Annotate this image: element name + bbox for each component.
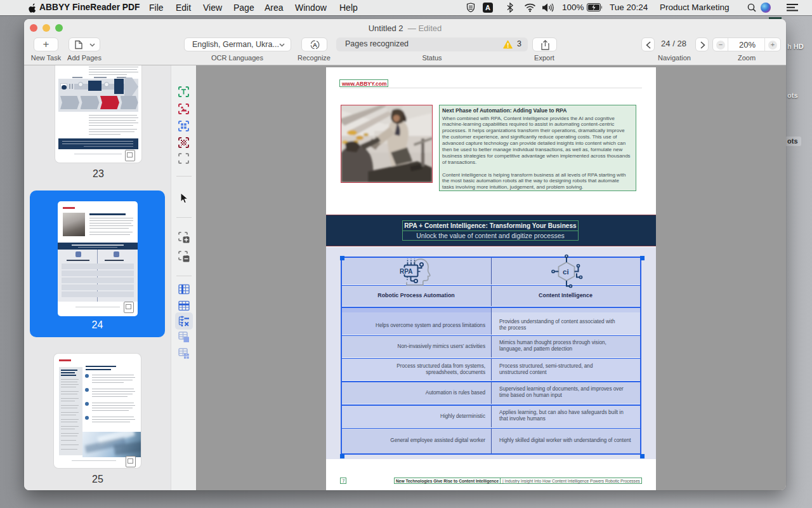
svg-text:A: A [313, 41, 317, 48]
svg-text:RPA: RPA [400, 268, 412, 275]
svg-text:ci: ci [563, 268, 569, 276]
